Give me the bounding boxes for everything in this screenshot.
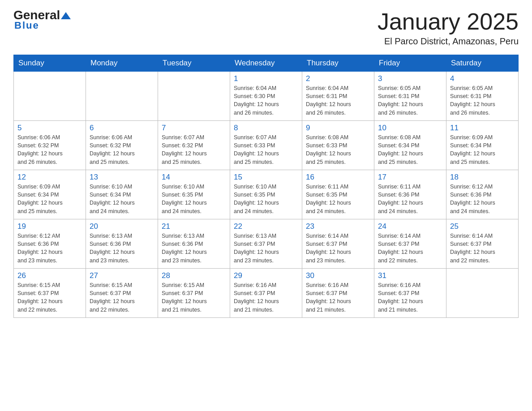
day-number: 9 [306, 124, 370, 133]
table-row: 2Sunrise: 6:04 AM Sunset: 6:31 PM Daylig… [302, 72, 374, 121]
table-row: 3Sunrise: 6:05 AM Sunset: 6:31 PM Daylig… [374, 72, 446, 121]
table-row: 22Sunrise: 6:13 AM Sunset: 6:37 PM Dayli… [230, 219, 302, 269]
day-number: 19 [17, 222, 82, 231]
table-row: 12Sunrise: 6:09 AM Sunset: 6:34 PM Dayli… [14, 170, 86, 219]
day-number: 16 [306, 173, 370, 182]
day-info: Sunrise: 6:11 AM Sunset: 6:36 PM Dayligh… [378, 183, 442, 215]
calendar-week-row: 19Sunrise: 6:12 AM Sunset: 6:36 PM Dayli… [14, 219, 519, 269]
day-number: 25 [450, 222, 515, 231]
header-friday: Friday [374, 55, 446, 72]
day-number: 31 [378, 271, 442, 280]
table-row: 20Sunrise: 6:13 AM Sunset: 6:36 PM Dayli… [86, 219, 158, 269]
day-info: Sunrise: 6:05 AM Sunset: 6:31 PM Dayligh… [378, 84, 442, 117]
day-info: Sunrise: 6:16 AM Sunset: 6:37 PM Dayligh… [378, 281, 442, 314]
calendar-subtitle: El Parco District, Amazonas, Peru [378, 36, 519, 47]
header-wednesday: Wednesday [230, 55, 302, 72]
day-number: 6 [90, 124, 154, 133]
calendar-week-row: 26Sunrise: 6:15 AM Sunset: 6:37 PM Dayli… [14, 269, 519, 318]
day-number: 5 [17, 124, 82, 133]
day-info: Sunrise: 6:15 AM Sunset: 6:37 PM Dayligh… [162, 281, 226, 314]
table-row: 6Sunrise: 6:06 AM Sunset: 6:32 PM Daylig… [86, 121, 158, 170]
table-row [446, 269, 519, 318]
table-row: 14Sunrise: 6:10 AM Sunset: 6:35 PM Dayli… [158, 170, 230, 219]
table-row: 10Sunrise: 6:08 AM Sunset: 6:34 PM Dayli… [374, 121, 446, 170]
table-row: 9Sunrise: 6:08 AM Sunset: 6:33 PM Daylig… [302, 121, 374, 170]
calendar-week-row: 1Sunrise: 6:04 AM Sunset: 6:30 PM Daylig… [14, 72, 519, 121]
day-number: 14 [162, 173, 226, 182]
table-row: 18Sunrise: 6:12 AM Sunset: 6:36 PM Dayli… [446, 170, 519, 219]
day-number: 10 [378, 124, 442, 133]
table-row: 30Sunrise: 6:16 AM Sunset: 6:37 PM Dayli… [302, 269, 374, 318]
day-info: Sunrise: 6:16 AM Sunset: 6:37 PM Dayligh… [306, 281, 370, 314]
day-info: Sunrise: 6:10 AM Sunset: 6:35 PM Dayligh… [162, 183, 226, 215]
header-saturday: Saturday [446, 55, 519, 72]
day-info: Sunrise: 6:15 AM Sunset: 6:37 PM Dayligh… [90, 281, 154, 314]
table-row [14, 72, 86, 121]
table-row: 19Sunrise: 6:12 AM Sunset: 6:36 PM Dayli… [14, 219, 86, 269]
day-info: Sunrise: 6:05 AM Sunset: 6:31 PM Dayligh… [450, 84, 515, 117]
table-row: 1Sunrise: 6:04 AM Sunset: 6:30 PM Daylig… [230, 72, 302, 121]
day-info: Sunrise: 6:14 AM Sunset: 6:37 PM Dayligh… [450, 232, 515, 265]
day-info: Sunrise: 6:08 AM Sunset: 6:34 PM Dayligh… [378, 133, 442, 166]
logo: General Blue [13, 9, 71, 31]
day-number: 20 [90, 222, 154, 231]
header-thursday: Thursday [302, 55, 374, 72]
day-info: Sunrise: 6:13 AM Sunset: 6:36 PM Dayligh… [162, 232, 226, 265]
day-number: 11 [450, 124, 515, 133]
day-info: Sunrise: 6:16 AM Sunset: 6:37 PM Dayligh… [234, 281, 298, 314]
day-info: Sunrise: 6:14 AM Sunset: 6:37 PM Dayligh… [378, 232, 442, 265]
table-row: 25Sunrise: 6:14 AM Sunset: 6:37 PM Dayli… [446, 219, 519, 269]
table-row: 27Sunrise: 6:15 AM Sunset: 6:37 PM Dayli… [86, 269, 158, 318]
day-number: 1 [234, 74, 298, 83]
day-number: 21 [162, 222, 226, 231]
table-row: 16Sunrise: 6:11 AM Sunset: 6:35 PM Dayli… [302, 170, 374, 219]
day-info: Sunrise: 6:10 AM Sunset: 6:34 PM Dayligh… [90, 183, 154, 215]
table-row: 28Sunrise: 6:15 AM Sunset: 6:37 PM Dayli… [158, 269, 230, 318]
table-row: 13Sunrise: 6:10 AM Sunset: 6:34 PM Dayli… [86, 170, 158, 219]
day-number: 8 [234, 124, 298, 133]
calendar-week-row: 5Sunrise: 6:06 AM Sunset: 6:32 PM Daylig… [14, 121, 519, 170]
table-row: 4Sunrise: 6:05 AM Sunset: 6:31 PM Daylig… [446, 72, 519, 121]
day-number: 7 [162, 124, 226, 133]
title-block: January 2025 El Parco District, Amazonas… [378, 9, 519, 47]
day-info: Sunrise: 6:12 AM Sunset: 6:36 PM Dayligh… [17, 232, 82, 265]
calendar-header-row: Sunday Monday Tuesday Wednesday Thursday… [14, 55, 519, 72]
day-number: 3 [378, 74, 442, 83]
table-row: 11Sunrise: 6:09 AM Sunset: 6:34 PM Dayli… [446, 121, 519, 170]
table-row [86, 72, 158, 121]
day-info: Sunrise: 6:07 AM Sunset: 6:32 PM Dayligh… [162, 133, 226, 166]
logo-blue: Blue [14, 20, 39, 31]
table-row: 7Sunrise: 6:07 AM Sunset: 6:32 PM Daylig… [158, 121, 230, 170]
page-header: General Blue January 2025 El Parco Distr… [13, 9, 519, 47]
day-number: 28 [162, 271, 226, 280]
day-info: Sunrise: 6:10 AM Sunset: 6:35 PM Dayligh… [234, 183, 298, 215]
calendar-table: Sunday Monday Tuesday Wednesday Thursday… [13, 55, 519, 318]
calendar-title: January 2025 [378, 9, 519, 34]
calendar-week-row: 12Sunrise: 6:09 AM Sunset: 6:34 PM Dayli… [14, 170, 519, 219]
day-number: 23 [306, 222, 370, 231]
day-number: 12 [17, 173, 82, 182]
day-info: Sunrise: 6:14 AM Sunset: 6:37 PM Dayligh… [306, 232, 370, 265]
day-info: Sunrise: 6:09 AM Sunset: 6:34 PM Dayligh… [17, 183, 82, 215]
day-number: 17 [378, 173, 442, 182]
day-info: Sunrise: 6:04 AM Sunset: 6:31 PM Dayligh… [306, 84, 370, 117]
day-info: Sunrise: 6:13 AM Sunset: 6:36 PM Dayligh… [90, 232, 154, 265]
logo-triangle-icon [61, 12, 71, 19]
svg-marker-0 [61, 12, 71, 19]
day-number: 2 [306, 74, 370, 83]
table-row: 17Sunrise: 6:11 AM Sunset: 6:36 PM Dayli… [374, 170, 446, 219]
day-info: Sunrise: 6:07 AM Sunset: 6:33 PM Dayligh… [234, 133, 298, 166]
day-info: Sunrise: 6:13 AM Sunset: 6:37 PM Dayligh… [234, 232, 298, 265]
day-number: 29 [234, 271, 298, 280]
day-number: 4 [450, 74, 515, 83]
day-info: Sunrise: 6:15 AM Sunset: 6:37 PM Dayligh… [17, 281, 82, 314]
day-number: 22 [234, 222, 298, 231]
day-number: 18 [450, 173, 515, 182]
table-row: 24Sunrise: 6:14 AM Sunset: 6:37 PM Dayli… [374, 219, 446, 269]
day-info: Sunrise: 6:06 AM Sunset: 6:32 PM Dayligh… [90, 133, 154, 166]
table-row: 8Sunrise: 6:07 AM Sunset: 6:33 PM Daylig… [230, 121, 302, 170]
header-tuesday: Tuesday [158, 55, 230, 72]
table-row [158, 72, 230, 121]
day-info: Sunrise: 6:09 AM Sunset: 6:34 PM Dayligh… [450, 133, 515, 166]
header-sunday: Sunday [14, 55, 86, 72]
